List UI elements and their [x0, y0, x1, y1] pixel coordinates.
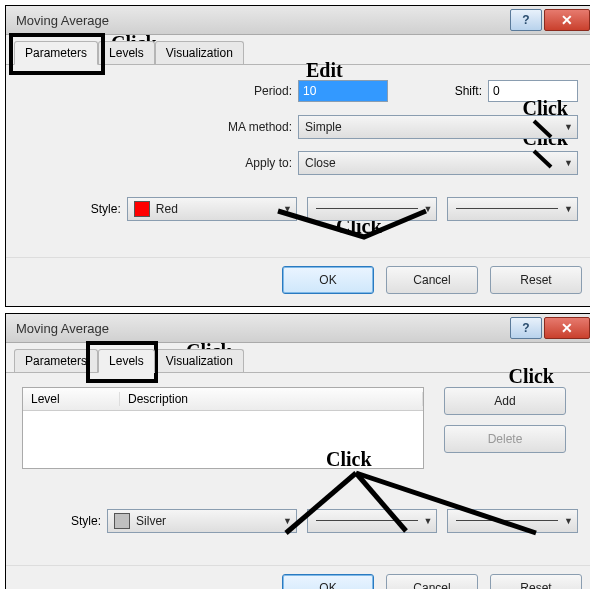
levels-listbox[interactable]: Level Description: [22, 387, 424, 469]
label-style: Style:: [22, 202, 127, 216]
dialog-parameters: Moving Average ? ✕ Click Parameters Leve…: [5, 5, 590, 307]
chevron-down-icon: ▼: [564, 158, 573, 168]
ok-button[interactable]: OK: [282, 574, 374, 589]
tab-parameters[interactable]: Parameters: [14, 41, 98, 65]
style-line-dropdown[interactable]: ▼: [307, 197, 438, 221]
tab-parameters-label: Parameters: [25, 46, 87, 60]
line-width-preview: [456, 520, 558, 522]
apply-value: Close: [305, 156, 336, 170]
tab-levels[interactable]: Levels: [98, 41, 155, 64]
reset-button[interactable]: Reset: [490, 574, 582, 589]
tab-levels-label: Levels: [109, 354, 144, 368]
col-level: Level: [23, 392, 120, 406]
tab-levels[interactable]: Levels: [98, 349, 155, 373]
dialog-levels: Moving Average ? ✕ Click Parameters Leve…: [5, 313, 590, 589]
title-text: Moving Average: [16, 13, 508, 28]
listbox-header: Level Description: [23, 388, 423, 411]
method-value: Simple: [305, 120, 342, 134]
ok-button[interactable]: OK: [282, 266, 374, 294]
help-button[interactable]: ?: [510, 317, 542, 339]
reset-label: Reset: [520, 273, 551, 287]
style-color-dropdown[interactable]: Red ▼: [127, 197, 297, 221]
add-button[interactable]: Add: [444, 387, 566, 415]
cancel-label: Cancel: [413, 273, 450, 287]
method-dropdown[interactable]: Simple ▼: [298, 115, 578, 139]
tab-bar: Parameters Levels Visualization: [6, 343, 590, 373]
chevron-down-icon: ▼: [283, 204, 292, 214]
label-period: Period:: [22, 84, 298, 98]
style-line-dropdown[interactable]: ▼: [307, 509, 438, 533]
titlebar[interactable]: Moving Average ? ✕: [6, 314, 590, 343]
ok-label: OK: [319, 581, 336, 589]
tab-visualization[interactable]: Visualization: [155, 349, 244, 372]
close-button[interactable]: ✕: [544, 9, 590, 31]
style-color-value: Silver: [136, 514, 166, 528]
tab-bar: Parameters Levels Visualization: [6, 35, 590, 65]
line-style-preview: [316, 208, 418, 210]
button-row: OK Cancel Reset: [6, 257, 590, 306]
style-color-dropdown[interactable]: Silver ▼: [107, 509, 297, 533]
reset-label: Reset: [520, 581, 551, 589]
cancel-button[interactable]: Cancel: [386, 266, 478, 294]
chevron-down-icon: ▼: [564, 516, 573, 526]
help-button[interactable]: ?: [510, 9, 542, 31]
color-swatch: [114, 513, 130, 529]
add-label: Add: [494, 394, 515, 408]
tab-levels-label: Levels: [109, 46, 144, 60]
label-method: MA method:: [22, 120, 298, 134]
dialog1-body: Edit Click Click Click Period: Shift: MA…: [6, 65, 590, 257]
title-text: Moving Average: [16, 321, 508, 336]
shift-input[interactable]: [488, 80, 578, 102]
color-swatch: [134, 201, 150, 217]
style-color-value: Red: [156, 202, 178, 216]
label-style: Style:: [22, 514, 107, 528]
cancel-button[interactable]: Cancel: [386, 574, 478, 589]
chevron-down-icon: ▼: [424, 516, 433, 526]
label-shift: Shift:: [455, 84, 488, 98]
tab-visualization-label: Visualization: [166, 46, 233, 60]
button-row: OK Cancel Reset: [6, 565, 590, 589]
tab-parameters[interactable]: Parameters: [14, 349, 98, 372]
chevron-down-icon: ▼: [283, 516, 292, 526]
chevron-down-icon: ▼: [564, 122, 573, 132]
line-style-preview: [316, 520, 418, 522]
tab-visualization[interactable]: Visualization: [155, 41, 244, 64]
delete-label: Delete: [488, 432, 523, 446]
tab-visualization-label: Visualization: [166, 354, 233, 368]
style-width-dropdown[interactable]: ▼: [447, 509, 578, 533]
period-input[interactable]: [298, 80, 388, 102]
style-width-dropdown[interactable]: ▼: [447, 197, 578, 221]
close-button[interactable]: ✕: [544, 317, 590, 339]
ok-label: OK: [319, 273, 336, 287]
chevron-down-icon: ▼: [424, 204, 433, 214]
cancel-label: Cancel: [413, 581, 450, 589]
delete-button[interactable]: Delete: [444, 425, 566, 453]
tab-parameters-label: Parameters: [25, 354, 87, 368]
reset-button[interactable]: Reset: [490, 266, 582, 294]
titlebar[interactable]: Moving Average ? ✕: [6, 6, 590, 35]
label-apply: Apply to:: [22, 156, 298, 170]
dialog2-body: Click Click Level Description Add Delete…: [6, 373, 590, 565]
chevron-down-icon: ▼: [564, 204, 573, 214]
col-desc: Description: [120, 392, 423, 406]
apply-dropdown[interactable]: Close ▼: [298, 151, 578, 175]
line-width-preview: [456, 208, 558, 210]
